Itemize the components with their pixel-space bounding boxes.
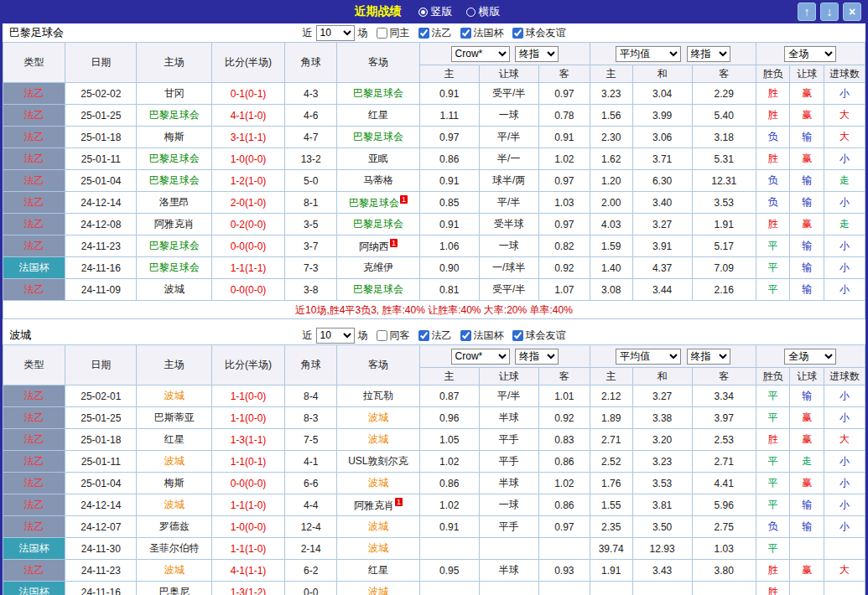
league-badge: 法乙 [3, 385, 65, 407]
home-team-name[interactable]: 红星 [164, 433, 185, 445]
league2-checkbox[interactable]: 法乙 [418, 329, 452, 343]
home-team-name[interactable]: 波城 [164, 283, 185, 295]
average-kind-select[interactable]: 终指 [687, 46, 730, 62]
arrow-down-icon[interactable]: ↓ [820, 3, 839, 21]
home-odds-cell: 1.02 [419, 494, 479, 516]
same-away-checkbox[interactable]: 同客 [377, 329, 410, 343]
away-team-name[interactable]: 巴黎足球会 [353, 87, 403, 99]
layout-radio-vertical[interactable]: 竖版 [418, 4, 453, 19]
home-team-name[interactable]: 波城 [164, 499, 185, 510]
avg-home-cell: 2.35 [590, 516, 632, 538]
league2-checkbox[interactable]: 法乙 [418, 26, 452, 40]
same-home-checkbox-input[interactable] [377, 28, 387, 39]
home-team-name[interactable]: 梅斯 [164, 131, 185, 142]
home-odds-cell: 0.95 [419, 560, 479, 582]
home-team-name[interactable]: 波城 [164, 455, 185, 467]
away-team-name[interactable]: 波城 [368, 586, 388, 595]
away-team-name[interactable]: 红星 [368, 564, 388, 576]
away-team-name[interactable]: 红星 [368, 109, 388, 121]
col-header-corners: 角球 [285, 43, 337, 83]
home-team-name[interactable]: 巴黎足球会 [149, 153, 200, 164]
cup-checkbox-input[interactable] [460, 330, 471, 341]
away-team-name[interactable]: 巴黎足球会 [353, 131, 403, 142]
odds-source-select[interactable]: Crow* [451, 46, 510, 62]
match-row: 法乙25-01-04巴黎足球会1-2(1-0)5-0马蒂格0.91球半/两0.9… [3, 170, 865, 192]
friendly-checkbox[interactable]: 球会友谊 [512, 26, 566, 40]
scope-select[interactable]: 全场 [784, 349, 836, 365]
arrow-up-icon[interactable]: ↑ [798, 3, 816, 21]
match-count-select[interactable]: 10 [316, 25, 355, 41]
home-team-name[interactable]: 巴黎足球会 [149, 240, 200, 251]
radio-selected-icon [418, 8, 428, 17]
subheader-avg-home: 主 [590, 368, 632, 385]
away-team-name[interactable]: 阿雅克肖 [354, 499, 394, 511]
league2-checkbox-input[interactable] [418, 28, 429, 39]
away-team-name[interactable]: 波城 [368, 411, 388, 423]
home-team-cell: 波城 [137, 279, 211, 301]
handicap-result-cell [790, 538, 824, 560]
league-badge: 法国杯 [3, 257, 65, 279]
home-team-cell: 洛里昂 [137, 192, 211, 214]
close-icon[interactable]: × [843, 3, 861, 21]
away-odds-cell: 1.01 [538, 385, 590, 407]
home-team-name[interactable]: 巴黎足球会 [149, 261, 200, 273]
league2-checkbox-input[interactable] [418, 330, 429, 341]
friendly-checkbox-input[interactable] [512, 28, 523, 39]
away-team-name[interactable]: 亚眠 [368, 153, 388, 164]
home-team-name[interactable]: 波城 [164, 564, 185, 576]
home-odds-cell: 0.86 [419, 148, 479, 170]
away-team-name[interactable]: 巴黎足球会 [353, 283, 403, 295]
home-team-name[interactable]: 甘冈 [164, 87, 185, 99]
away-team-name[interactable]: USL敦刻尔克 [348, 455, 408, 467]
same-away-checkbox-input[interactable] [377, 330, 387, 341]
cup-checkbox[interactable]: 法国杯 [460, 26, 504, 40]
home-team-name[interactable]: 巴斯蒂亚 [154, 411, 195, 423]
home-odds-cell: 0.81 [419, 279, 479, 301]
radio-horizontal-label: 横版 [479, 4, 501, 19]
match-count-select[interactable]: 10 [316, 328, 355, 344]
home-team-name[interactable]: 洛里昂 [159, 196, 190, 208]
handicap-result-cell: 输 [790, 516, 824, 538]
away-team-name[interactable]: 克维伊 [363, 261, 393, 273]
scope-select[interactable]: 全场 [784, 46, 836, 62]
friendly-checkbox-input[interactable] [512, 330, 523, 341]
home-team-name[interactable]: 波城 [164, 390, 185, 401]
home-team-name[interactable]: 圣菲尔伯特 [149, 542, 200, 554]
cup-checkbox[interactable]: 法国杯 [460, 329, 504, 343]
layout-radio-horizontal[interactable]: 横版 [466, 4, 501, 19]
away-team-name[interactable]: 波城 [368, 542, 388, 554]
odds-kind-select[interactable]: 终指 [515, 46, 559, 62]
odds-source-select[interactable]: Crow* [451, 349, 510, 365]
home-team-cell: 巴黎足球会 [137, 170, 211, 192]
home-team-name[interactable]: 巴奥尼 [159, 586, 190, 595]
avg-home-cell: 1.20 [590, 170, 632, 192]
subheader-result: 胜负 [756, 65, 790, 83]
handicap-cell: 平手 [479, 451, 538, 473]
home-team-name[interactable]: 阿雅克肖 [154, 218, 195, 230]
home-team-name[interactable]: 巴黎足球会 [149, 174, 200, 186]
away-team-name[interactable]: 巴黎足球会 [353, 218, 403, 230]
average-source-select[interactable]: 平均值 [616, 46, 681, 62]
away-team-name[interactable]: 巴黎足球会 [349, 197, 399, 209]
away-team-name[interactable]: 拉瓦勒 [363, 390, 393, 401]
average-kind-select[interactable]: 终指 [687, 349, 730, 365]
avg-away-cell: 5.96 [692, 494, 756, 516]
away-team-name[interactable]: 波城 [368, 520, 388, 532]
subheader-avg-home: 主 [590, 65, 632, 83]
match-row: 法乙24-12-08阿雅克肖0-2(0-0)3-5巴黎足球会0.91受半球0.9… [3, 214, 865, 235]
cup-checkbox-input[interactable] [460, 28, 471, 39]
home-team-name[interactable]: 梅斯 [164, 477, 185, 489]
friendly-checkbox[interactable]: 球会友谊 [512, 329, 566, 343]
handicap-result-cell: 输 [790, 235, 824, 257]
odds-kind-select[interactable]: 终指 [515, 349, 559, 365]
away-team-name[interactable]: 阿纳西 [359, 241, 389, 252]
home-team-name[interactable]: 巴黎足球会 [149, 109, 200, 121]
away-team-name[interactable]: 波城 [368, 433, 388, 445]
home-team-name[interactable]: 罗德兹 [159, 520, 190, 532]
average-source-select[interactable]: 平均值 [616, 349, 681, 365]
avg-draw-cell: 3.23 [632, 451, 692, 473]
match-date: 24-11-23 [65, 560, 137, 582]
away-team-name[interactable]: 波城 [368, 477, 388, 489]
same-home-checkbox[interactable]: 同主 [377, 26, 410, 40]
away-team-name[interactable]: 马蒂格 [363, 174, 393, 186]
